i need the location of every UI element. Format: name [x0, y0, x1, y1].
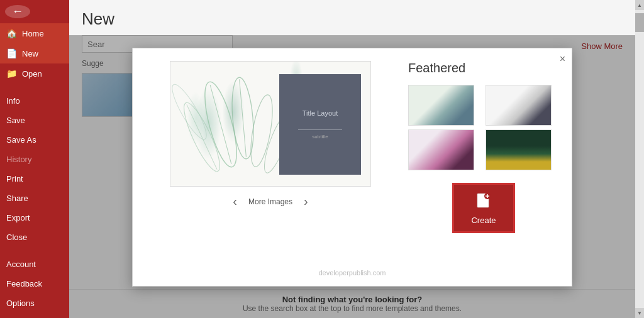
next-image-button[interactable]: ›: [299, 192, 313, 211]
scrollbar: ▲ ▼: [635, 0, 644, 318]
svg-line-5: [240, 79, 247, 157]
home-icon: 🏠: [6, 28, 17, 38]
share-label: Share: [6, 194, 28, 203]
main-body: Sugge Show More ×: [69, 35, 635, 318]
sidebar-open-label: Open: [22, 69, 42, 79]
sidebar-item-home[interactable]: 🏠 Home: [0, 23, 69, 43]
prev-image-button[interactable]: ‹: [228, 192, 242, 211]
slide-divider-line: [298, 129, 342, 130]
more-images-label: More Images: [248, 197, 292, 206]
scroll-down-button[interactable]: ▼: [635, 308, 644, 318]
modal-body: Title Layout subtitle ‹ More Images ›: [145, 61, 559, 233]
theme-title: Feathered: [408, 61, 559, 75]
scrollbar-track[interactable]: [635, 10, 644, 308]
print-label: Print: [6, 174, 23, 184]
scroll-down-icon: ▼: [637, 310, 642, 316]
sidebar-new-label: New: [22, 49, 38, 58]
slide-title: Title Layout: [303, 109, 338, 117]
sidebar-item-history: History: [0, 150, 69, 169]
back-icon: ←: [12, 5, 23, 18]
template-modal: ×: [132, 48, 572, 287]
modal-overlay: ×: [69, 35, 635, 318]
create-label: Create: [471, 216, 496, 225]
theme-grid: [408, 85, 559, 170]
save-label: Save: [6, 116, 25, 125]
history-label: History: [6, 155, 31, 164]
sidebar-item-save[interactable]: Save: [0, 111, 69, 130]
main-content: New Sugge Show More ×: [69, 0, 635, 318]
template-preview: Title Layout subtitle: [170, 61, 371, 187]
export-label: Export: [6, 213, 30, 222]
sidebar-item-close[interactable]: Close: [0, 228, 69, 247]
sidebar-item-info[interactable]: Info: [0, 91, 69, 111]
slide-inner-preview: Title Layout subtitle: [279, 74, 361, 175]
open-icon: 📁: [6, 69, 17, 79]
create-icon: [475, 191, 492, 212]
sidebar-item-account[interactable]: Account: [0, 255, 69, 274]
sidebar-item-save-as[interactable]: Save As: [0, 130, 69, 150]
options-label: Options: [6, 299, 35, 308]
create-svg-icon: [475, 191, 492, 209]
close-label: Close: [6, 233, 27, 242]
feedback-label: Feedback: [6, 279, 42, 288]
theme-variant-2[interactable]: [486, 85, 552, 126]
modal-preview-section: Title Layout subtitle ‹ More Images ›: [145, 61, 396, 233]
sidebar-item-new[interactable]: 📄 New: [0, 43, 69, 63]
sidebar: ← 🏠 Home 📄 New 📁 Open Info Save Save As …: [0, 0, 69, 318]
create-button[interactable]: Create: [452, 183, 515, 233]
info-label: Info: [6, 96, 20, 106]
new-icon: 📄: [6, 48, 17, 58]
svg-line-1: [210, 85, 231, 164]
theme-variant-1[interactable]: [408, 85, 474, 126]
theme-variant-4[interactable]: [486, 129, 552, 170]
save-as-label: Save As: [6, 135, 36, 145]
account-label: Account: [6, 260, 36, 269]
sidebar-item-share[interactable]: Share: [0, 189, 69, 208]
scroll-up-button[interactable]: ▲: [635, 0, 644, 10]
slide-subtitle: subtitle: [312, 134, 328, 140]
back-button[interactable]: ←: [5, 5, 30, 18]
scroll-up-icon: ▲: [637, 3, 642, 8]
sidebar-home-label: Home: [22, 29, 44, 38]
modal-options-section: Feathered: [408, 61, 559, 233]
modal-nav-row: ‹ More Images ›: [228, 192, 313, 211]
sidebar-item-print[interactable]: Print: [0, 169, 69, 189]
sidebar-item-feedback[interactable]: Feedback: [0, 274, 69, 293]
theme-variant-3[interactable]: [408, 129, 474, 170]
page-title: New: [69, 0, 635, 35]
sidebar-item-open[interactable]: 📁 Open: [0, 63, 69, 84]
scrollbar-thumb[interactable]: [635, 13, 644, 32]
modal-close-button[interactable]: ×: [560, 53, 565, 65]
sidebar-item-options[interactable]: Options: [0, 293, 69, 313]
sidebar-item-export[interactable]: Export: [0, 208, 69, 228]
watermark: developerpublish.com: [318, 269, 386, 277]
sidebar-bottom: Account Feedback Options: [0, 255, 69, 318]
